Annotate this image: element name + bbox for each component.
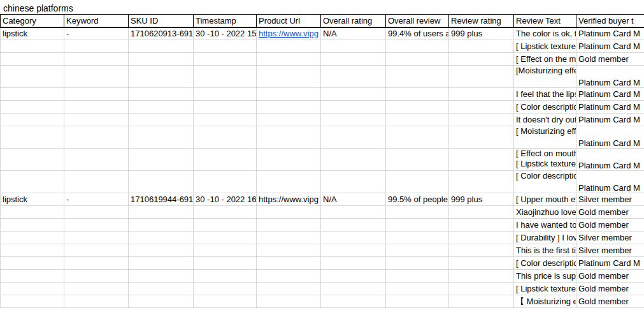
cell-overall-review[interactable] <box>386 283 449 295</box>
cell-verified-buyer[interactable]: Silver member <box>576 232 644 244</box>
cell-verified-buyer[interactable]: Silver member <box>576 193 644 206</box>
cell-verified-buyer[interactable]: Gold member <box>576 206 644 219</box>
cell-review-rating[interactable] <box>449 244 514 257</box>
column-header-verified-buyer-t[interactable]: Verified buyer t <box>576 15 644 27</box>
cell-keyword[interactable] <box>64 206 129 219</box>
column-header-overall-rating[interactable]: Overall rating <box>321 15 386 27</box>
column-header-review-rating[interactable]: Review rating <box>449 15 514 27</box>
cell-review-text-lines[interactable]: It doesn't dry out <box>514 114 576 126</box>
cell-sku-id[interactable] <box>129 232 194 244</box>
cell-review-rating[interactable] <box>449 101 514 114</box>
cell-category[interactable] <box>1 66 64 88</box>
cell-overall-rating[interactable] <box>321 126 386 149</box>
cell-review-text-lines[interactable]: [ Effect on the m <box>514 53 576 66</box>
cell-review-rating[interactable] <box>449 88 514 101</box>
cell-sku-id[interactable] <box>129 295 194 308</box>
cell-timestamp[interactable] <box>194 270 257 283</box>
cell-overall-rating[interactable] <box>321 219 386 232</box>
cell-review-text-lines[interactable]: This price is sup <box>514 270 576 283</box>
cell-review-text-lines[interactable]: [ Durability ] I lov <box>514 232 576 244</box>
cell-review-text-lines[interactable]: [ Color descriptic <box>514 257 576 270</box>
cell-verified-buyer[interactable]: Platinum Card M <box>576 27 644 40</box>
cell-sku-id[interactable] <box>129 206 194 219</box>
cell-review-rating[interactable] <box>449 283 514 295</box>
cell-timestamp[interactable] <box>194 149 257 171</box>
cell-overall-review[interactable] <box>386 66 449 88</box>
cell-product-url[interactable] <box>257 171 321 193</box>
cell-overall-rating[interactable] <box>321 53 386 66</box>
cell-overall-rating[interactable] <box>321 257 386 270</box>
cell-product-url[interactable] <box>257 232 321 244</box>
cell-category[interactable] <box>1 53 64 66</box>
cell-verified-buyer[interactable]: Platinum Card M <box>576 40 644 53</box>
cell-timestamp[interactable]: 30 -10 - 2022 16 <box>194 193 257 206</box>
cell-verified-buyer[interactable]: Gold member <box>576 219 644 232</box>
cell-overall-review[interactable] <box>386 53 449 66</box>
cell-product-url[interactable] <box>257 270 321 283</box>
cell-category[interactable] <box>1 219 64 232</box>
cell-review-rating[interactable] <box>449 40 514 53</box>
cell-verified-buyer[interactable]: Platinum Card M <box>576 88 644 101</box>
cell-timestamp[interactable] <box>194 244 257 257</box>
cell-review-rating[interactable] <box>449 171 514 193</box>
cell-review-rating[interactable] <box>449 126 514 149</box>
cell-review-rating[interactable] <box>449 66 514 88</box>
cell-keyword[interactable] <box>64 232 129 244</box>
cell-overall-review[interactable] <box>386 257 449 270</box>
cell-verified-buyer[interactable]: Silver member <box>576 244 644 257</box>
product-url-link[interactable]: https://www.vipg <box>259 29 318 38</box>
cell-sku-id[interactable] <box>129 66 194 88</box>
cell-verified-buyer[interactable]: Platinum Card M <box>576 149 644 171</box>
cell-timestamp[interactable] <box>194 171 257 193</box>
cell-product-url[interactable] <box>257 53 321 66</box>
cell-product-url[interactable]: https://www.vipg <box>257 27 321 40</box>
cell-category[interactable] <box>1 206 64 219</box>
cell-product-url[interactable] <box>257 126 321 149</box>
cell-verified-buyer[interactable]: Platinum Card M <box>576 114 644 126</box>
cell-keyword[interactable] <box>64 295 129 308</box>
cell-verified-buyer[interactable]: Gold member <box>576 53 644 66</box>
cell-category[interactable] <box>1 126 64 149</box>
cell-sku-id[interactable] <box>129 126 194 149</box>
cell-keyword[interactable] <box>64 257 129 270</box>
cell-review-text-lines[interactable]: [ Moisturizing eff <box>514 126 576 149</box>
cell-overall-review[interactable]: 99.4% of users a <box>386 27 449 40</box>
cell-review-rating[interactable] <box>449 114 514 126</box>
cell-verified-buyer[interactable]: Gold member <box>576 283 644 295</box>
column-header-keyword[interactable]: Keyword <box>64 15 129 27</box>
cell-timestamp[interactable]: 30 -10 - 2022 15 <box>194 27 257 40</box>
cell-review-rating[interactable] <box>449 219 514 232</box>
column-header-timestamp[interactable]: Timestamp <box>194 15 257 27</box>
cell-overall-rating[interactable] <box>321 244 386 257</box>
cell-category[interactable] <box>1 114 64 126</box>
cell-keyword[interactable] <box>64 149 129 171</box>
cell-sku-id[interactable] <box>129 244 194 257</box>
cell-overall-rating[interactable] <box>321 40 386 53</box>
cell-review-rating[interactable] <box>449 295 514 308</box>
cell-verified-buyer[interactable]: Gold member <box>576 270 644 283</box>
cell-overall-review[interactable] <box>386 40 449 53</box>
cell-review-text-lines[interactable]: This is the first ti <box>514 244 576 257</box>
cell-overall-rating[interactable] <box>321 149 386 171</box>
cell-product-url[interactable] <box>257 40 321 53</box>
cell-category[interactable] <box>1 295 64 308</box>
cell-overall-review[interactable] <box>386 88 449 101</box>
cell-review-text-lines[interactable]: Xiaojinzhuo love <box>514 206 576 219</box>
cell-keyword[interactable] <box>64 114 129 126</box>
column-header-sku-id[interactable]: SKU ID <box>129 15 194 27</box>
cell-sku-id[interactable] <box>129 101 194 114</box>
cell-timestamp[interactable] <box>194 295 257 308</box>
cell-review-rating[interactable] <box>449 232 514 244</box>
cell-review-rating[interactable] <box>449 53 514 66</box>
cell-product-url[interactable] <box>257 295 321 308</box>
cell-overall-rating[interactable] <box>321 66 386 88</box>
cell-overall-rating[interactable] <box>321 114 386 126</box>
cell-overall-review[interactable] <box>386 206 449 219</box>
cell-review-rating[interactable] <box>449 206 514 219</box>
column-header-review-text[interactable]: Review Text <box>514 15 576 27</box>
cell-review-rating[interactable]: 999 plus <box>449 193 514 206</box>
column-header-overall-review[interactable]: Overall review <box>386 15 449 27</box>
cell-product-url[interactable] <box>257 114 321 126</box>
cell-keyword[interactable] <box>64 66 129 88</box>
cell-keyword[interactable] <box>64 219 129 232</box>
